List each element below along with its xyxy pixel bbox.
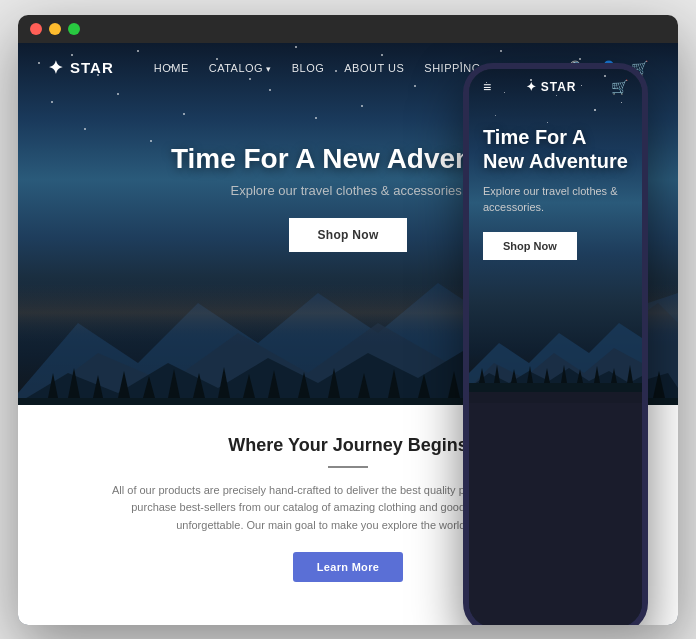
nav-about[interactable]: ABOUT US bbox=[344, 62, 404, 74]
mobile-mountain-svg bbox=[469, 303, 642, 403]
mobile-screen: ≡ ✦ STAR 🛒 Time For A New Adventure Expl… bbox=[469, 69, 642, 625]
logo-star-icon: ✦ bbox=[48, 57, 64, 79]
mobile-logo-text: STAR bbox=[541, 80, 577, 94]
desktop-logo[interactable]: ✦ STAR bbox=[48, 57, 114, 79]
mobile-cart-icon[interactable]: 🛒 bbox=[611, 79, 628, 95]
desktop-site: ✦ STAR HOME CATALOG BLOG ABOUT US SHIPPI… bbox=[18, 43, 678, 625]
mobile-navbar: ≡ ✦ STAR 🛒 bbox=[469, 69, 642, 105]
desktop-shop-now-button[interactable]: Shop Now bbox=[289, 218, 406, 252]
nav-blog[interactable]: BLOG bbox=[292, 62, 325, 74]
window-close-button[interactable] bbox=[30, 23, 42, 35]
mobile-menu-icon[interactable]: ≡ bbox=[483, 79, 491, 95]
mobile-logo[interactable]: ✦ STAR bbox=[526, 80, 577, 94]
logo-text: STAR bbox=[70, 59, 114, 76]
section-title: Where Your Journey Begins bbox=[228, 435, 467, 456]
nav-home[interactable]: HOME bbox=[154, 62, 189, 74]
mobile-hero: Time For A New Adventure Explore our tra… bbox=[469, 105, 642, 260]
mobile-hero-title: Time For A New Adventure bbox=[483, 125, 628, 173]
browser-content: ✦ STAR HOME CATALOG BLOG ABOUT US SHIPPI… bbox=[18, 43, 678, 625]
mac-window: ✦ STAR HOME CATALOG BLOG ABOUT US SHIPPI… bbox=[18, 15, 678, 625]
section-divider bbox=[328, 466, 368, 468]
window-minimize-button[interactable] bbox=[49, 23, 61, 35]
window-maximize-button[interactable] bbox=[68, 23, 80, 35]
learn-more-button[interactable]: Learn More bbox=[293, 552, 403, 582]
title-bar bbox=[18, 15, 678, 43]
nav-catalog[interactable]: CATALOG bbox=[209, 62, 272, 74]
mobile-phone: ≡ ✦ STAR 🛒 Time For A New Adventure Expl… bbox=[463, 63, 648, 625]
mobile-hero-subtitle: Explore our travel clothes & accessories… bbox=[483, 183, 628, 216]
mobile-logo-star-icon: ✦ bbox=[526, 80, 537, 94]
mobile-bottom-section bbox=[469, 392, 642, 624]
mobile-shop-now-button[interactable]: Shop Now bbox=[483, 232, 577, 260]
